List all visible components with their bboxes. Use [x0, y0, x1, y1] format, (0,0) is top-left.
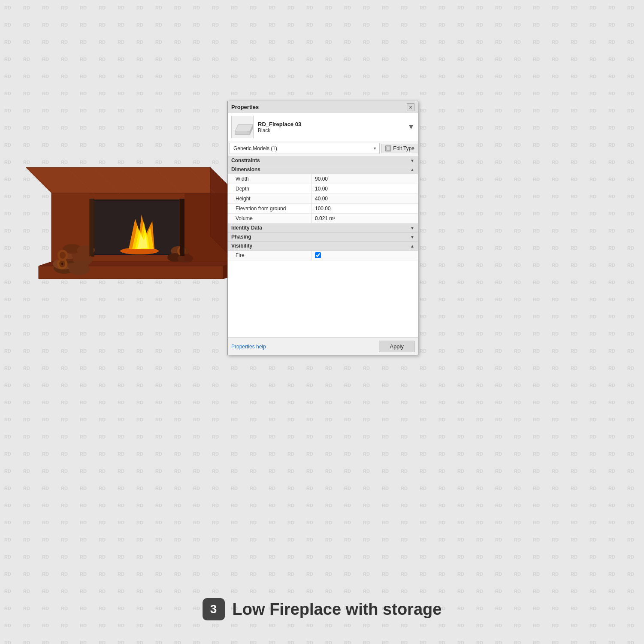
label-text: Low Fireplace with storage [233, 600, 442, 619]
element-name: RD_Fireplace 03 [258, 121, 403, 127]
visibility-section-header[interactable]: Visibility ▲ [228, 242, 418, 251]
element-header: RD_Fireplace 03 Black ▼ [228, 113, 418, 141]
identity-data-section-header[interactable]: Identity Data ▼ [228, 224, 418, 233]
panel-bottom: Properties help Apply [228, 338, 418, 355]
fire-row: Fire [228, 251, 418, 260]
bottom-label: 3 Low Fireplace with storage [203, 598, 442, 620]
width-input[interactable] [311, 175, 418, 183]
type-dropdown[interactable]: Generic Models (1) [230, 143, 281, 154]
label-number: 3 [203, 598, 225, 620]
phasing-toggle-icon: ▼ [410, 235, 414, 239]
elevation-input[interactable] [311, 204, 418, 213]
phasing-section-header[interactable]: Phasing ▼ [228, 233, 418, 242]
element-info: RD_Fireplace 03 Black [258, 121, 403, 133]
volume-row: Volume 0.021 m³ [228, 214, 418, 224]
visibility-toggle-icon: ▲ [410, 244, 414, 248]
svg-point-39 [61, 263, 63, 265]
dimensions-label: Dimensions [231, 166, 260, 172]
edit-type-icon [385, 145, 391, 151]
apply-button[interactable]: Apply [379, 341, 414, 352]
element-thumbnail [231, 116, 254, 138]
phasing-label: Phasing [231, 234, 251, 240]
identity-data-label: Identity Data [231, 225, 262, 231]
main-content: Properties × RD_Fireplace 03 Black ▼ [0, 0, 644, 644]
constraints-section-header[interactable]: Constraints ▼ [228, 156, 418, 165]
edit-type-label: Edit Type [393, 145, 414, 151]
fire-checkbox[interactable] [315, 252, 321, 258]
constraints-toggle-icon: ▼ [410, 158, 414, 163]
model-area [26, 142, 236, 317]
volume-value: 0.021 m³ [311, 214, 418, 223]
width-row: Width [228, 174, 418, 184]
svg-rect-43 [180, 199, 184, 256]
svg-marker-0 [26, 167, 236, 193]
visibility-label: Visibility [231, 243, 252, 249]
properties-help-link[interactable]: Properties help [231, 344, 266, 350]
edit-type-button[interactable]: Edit Type [381, 144, 418, 153]
depth-label: Depth [228, 184, 311, 194]
dimensions-section-header[interactable]: Dimensions ▲ [228, 165, 418, 174]
type-dropdown-wrapper[interactable]: Generic Models (1) [230, 143, 380, 154]
type-selector-row: Generic Models (1) Edit Type [228, 141, 418, 156]
empty-space [228, 260, 418, 338]
svg-rect-44 [51, 193, 90, 261]
depth-input[interactable] [311, 184, 418, 193]
close-button[interactable]: × [407, 103, 414, 111]
panel-title-bar: Properties × [228, 101, 418, 113]
dimensions-toggle-icon: ▲ [410, 167, 414, 172]
height-label: Height [228, 194, 311, 203]
elevation-label: Elevation from ground [228, 204, 311, 213]
width-label: Width [228, 174, 311, 184]
element-sub: Black [258, 127, 403, 133]
volume-label: Volume [228, 214, 311, 223]
constraints-label: Constraints [231, 157, 260, 163]
svg-rect-50 [387, 147, 390, 150]
fire-label: Fire [228, 251, 311, 260]
properties-panel: Properties × RD_Fireplace 03 Black ▼ [227, 101, 418, 355]
fire-checkbox-cell [311, 251, 418, 260]
svg-marker-47 [235, 131, 250, 135]
elevation-row: Elevation from ground [228, 204, 418, 214]
identity-data-toggle-icon: ▼ [410, 226, 414, 230]
height-row: Height [228, 194, 418, 204]
dropdown-arrow-icon: ▼ [408, 123, 414, 131]
panel-title: Properties [231, 104, 259, 110]
height-input[interactable] [311, 194, 418, 203]
depth-row: Depth [228, 184, 418, 194]
